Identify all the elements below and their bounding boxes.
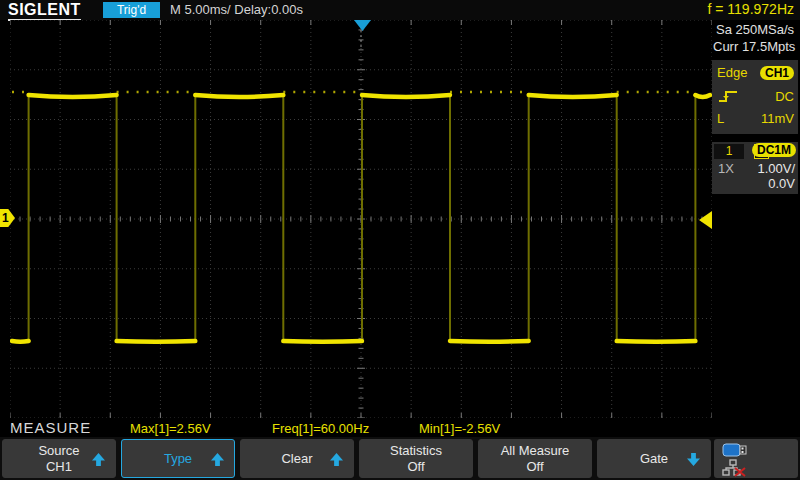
trigger-settings-panel[interactable]: Edge CH1 DC L 11mV xyxy=(712,60,798,134)
measure-title: MEASURE xyxy=(10,419,91,436)
down-arrow-icon xyxy=(687,453,700,466)
channel-coupling-badge: DC1M xyxy=(752,143,796,157)
softkey-label: Clear xyxy=(281,451,312,467)
trigger-source-badge: CH1 xyxy=(760,66,794,80)
trigger-level-label: L xyxy=(717,111,724,126)
softkey-source-button[interactable]: SourceCH1 xyxy=(2,439,116,478)
measurement-bar: MEASURE Max[1]=2.56V Freq[1]=60.00Hz Min… xyxy=(0,418,800,437)
up-arrow-icon xyxy=(330,453,343,466)
rising-edge-icon xyxy=(717,87,739,105)
sample-rate-readout: Sa 250MSa/s xyxy=(716,22,794,37)
softkey-type-button[interactable]: Type xyxy=(121,439,235,478)
measurement-freq: Freq[1]=60.00Hz xyxy=(272,421,369,436)
softkey-clear-button[interactable]: Clear xyxy=(240,439,354,478)
oscilloscope-screen: SIGLENT Trig'd M 5.00ms/ Delay:0.00s f =… xyxy=(0,0,800,480)
status-sidebar: Sa 250MSa/s Curr 17.5Mpts Edge CH1 DC L … xyxy=(712,20,800,418)
usb-icon xyxy=(722,442,748,458)
trigger-type-label: Edge xyxy=(717,65,747,80)
top-status-bar: SIGLENT Trig'd M 5.00ms/ Delay:0.00s f =… xyxy=(0,0,800,20)
softkey-all-measure-button[interactable]: All MeasureOff xyxy=(478,439,592,478)
softkey-label: Source xyxy=(38,443,79,459)
softkey-label: Statistics xyxy=(390,443,442,459)
lan-disconnected-icon xyxy=(722,459,750,477)
softkey-label: CH1 xyxy=(46,459,72,475)
trigger-status-badge: Trig'd xyxy=(103,2,160,18)
memory-depth-readout: Curr 17.5Mpts xyxy=(713,39,795,54)
up-arrow-icon xyxy=(92,453,105,466)
softkey-statistics-button[interactable]: StatisticsOff xyxy=(359,439,473,478)
softkey-gate-button[interactable]: Gate xyxy=(597,439,711,478)
up-arrow-icon xyxy=(211,453,224,466)
trigger-coupling-label: DC xyxy=(775,89,794,104)
waveform-display xyxy=(10,20,712,418)
connectivity-panel xyxy=(714,439,798,478)
trigger-level-value: 11mV xyxy=(761,111,794,126)
softkey-menu-bar: SourceCH1TypeClearStatisticsOffAll Measu… xyxy=(0,437,800,480)
graticule-and-trace xyxy=(10,20,712,418)
volts-per-div-readout: 1.00V/ xyxy=(757,161,795,176)
softkey-label: Gate xyxy=(640,451,668,467)
softkey-label: Off xyxy=(407,459,424,475)
channel-number-chip: 1 xyxy=(714,144,744,159)
softkey-label: Off xyxy=(526,459,543,475)
softkey-label: Type xyxy=(164,451,192,467)
frequency-counter-readout: f = 119.972Hz xyxy=(707,1,794,17)
channel1-info-panel[interactable]: 1 B DC1M 1X 1.00V/ 0.0V xyxy=(712,142,798,194)
probe-attenuation-readout: 1X xyxy=(718,161,734,176)
channel-offset-readout: 0.0V xyxy=(768,176,795,191)
timebase-readout: M 5.00ms/ Delay:0.00s xyxy=(170,2,303,17)
softkey-label: All Measure xyxy=(501,443,570,459)
brand-logo: SIGLENT xyxy=(8,1,81,21)
measurement-min: Min[1]=-2.56V xyxy=(419,421,500,436)
measurement-max: Max[1]=2.56V xyxy=(130,421,211,436)
